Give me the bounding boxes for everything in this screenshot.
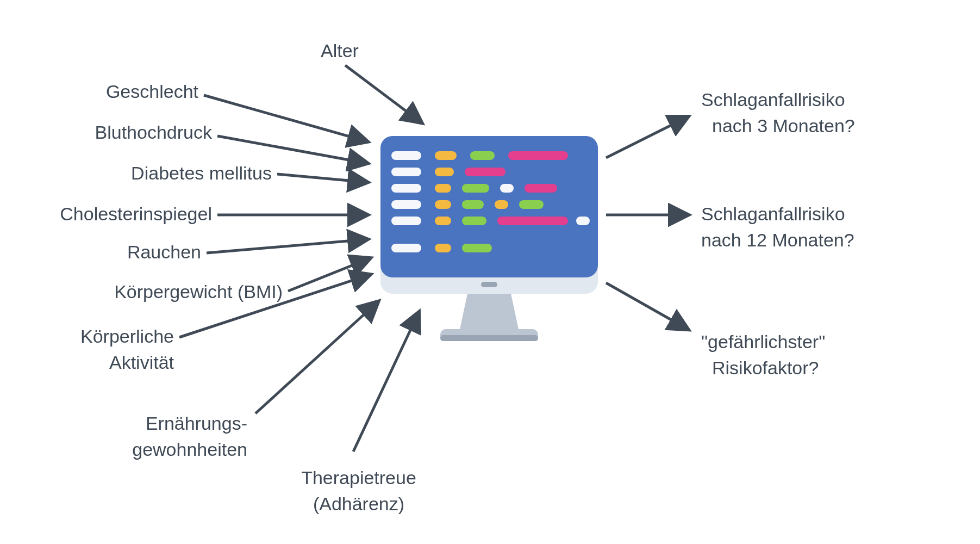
- label-worst-l1: "gefährlichster": [701, 331, 825, 352]
- arrow-bluthochdruck: [217, 136, 367, 163]
- svg-rect-18: [435, 200, 451, 209]
- svg-rect-26: [576, 217, 590, 225]
- svg-rect-5: [391, 151, 421, 160]
- label-diabetes: Diabetes mellitus: [131, 163, 272, 183]
- label-cholesterin: Cholesterinspiegel: [60, 203, 212, 224]
- arrow-adhaerenz: [353, 313, 419, 452]
- svg-rect-7: [470, 151, 495, 160]
- svg-rect-24: [462, 217, 486, 225]
- svg-rect-28: [435, 244, 451, 252]
- svg-rect-19: [462, 200, 484, 209]
- svg-rect-6: [435, 151, 457, 160]
- svg-rect-25: [497, 217, 568, 225]
- label-rauchen: Rauchen: [127, 242, 201, 262]
- label-alter: Alter: [321, 40, 359, 61]
- label-risk3-l2: nach 3 Monaten?: [712, 115, 855, 136]
- computer-icon: [380, 136, 598, 341]
- svg-rect-27: [391, 244, 421, 252]
- svg-rect-15: [500, 184, 514, 193]
- svg-rect-10: [435, 168, 454, 176]
- arrow-alter: [345, 65, 421, 122]
- svg-rect-11: [465, 168, 505, 176]
- label-risk12-l2: nach 12 Monaten?: [701, 230, 854, 250]
- svg-rect-13: [435, 184, 451, 193]
- diagram-canvas: Alter Geschlecht Bluthochdruck Diabetes …: [0, 0, 980, 544]
- svg-rect-2: [481, 282, 497, 287]
- arrow-risk3: [606, 117, 688, 158]
- label-risk3-l1: Schlaganfallrisiko: [701, 89, 845, 110]
- arrow-geschlecht: [204, 95, 367, 141]
- arrow-rauchen: [207, 239, 367, 253]
- svg-rect-12: [391, 184, 421, 193]
- label-bluthochdruck: Bluthochdruck: [95, 122, 213, 143]
- label-risk12-l1: Schlaganfallrisiko: [701, 203, 845, 224]
- label-geschlecht: Geschlecht: [106, 81, 199, 102]
- label-aktivitaet-l1: Körperliche: [80, 326, 174, 347]
- label-ernaehrung-l2: gewohnheiten: [132, 439, 247, 460]
- svg-rect-4: [440, 335, 538, 341]
- svg-rect-8: [508, 151, 568, 160]
- arrow-ernaehrung: [255, 302, 378, 413]
- arrow-diabetes: [277, 174, 367, 182]
- svg-rect-17: [391, 200, 421, 209]
- label-adhaerenz-l1: Therapietreue: [301, 467, 416, 488]
- arrow-worst: [606, 283, 688, 329]
- svg-rect-14: [462, 184, 489, 193]
- svg-rect-23: [435, 217, 451, 225]
- svg-rect-9: [391, 168, 421, 176]
- arrow-bmi: [288, 258, 370, 291]
- label-adhaerenz-l2: (Adhärenz): [313, 493, 404, 514]
- output-labels: Schlaganfallrisiko nach 3 Monaten? Schla…: [701, 89, 855, 378]
- label-worst-l2: Risikofaktor?: [712, 357, 819, 378]
- svg-rect-29: [462, 244, 492, 252]
- label-ernaehrung-l1: Ernährungs-: [146, 413, 247, 434]
- svg-rect-20: [495, 200, 508, 209]
- svg-rect-21: [519, 200, 544, 209]
- svg-rect-22: [391, 217, 421, 225]
- output-arrows: [606, 117, 688, 329]
- svg-rect-16: [525, 184, 557, 193]
- label-aktivitaet-l2: Aktivität: [109, 352, 174, 373]
- label-bmi: Körpergewicht (BMI): [114, 281, 283, 302]
